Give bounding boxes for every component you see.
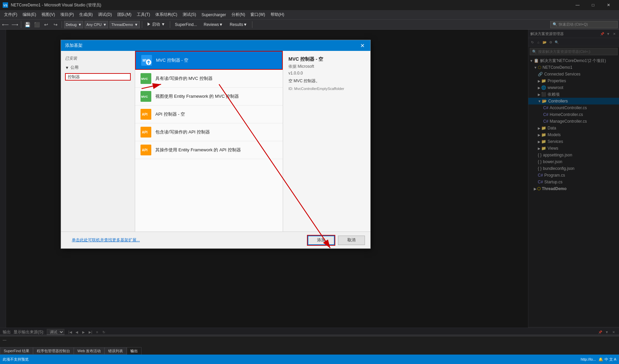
dialog-left-panel: 已安装 ▼ 公用 — [61, 51, 135, 232]
scaffold-item-mvc-ef[interactable]: MVC 视图使用 Entity Framework 的 MVC 控制器 — [135, 88, 283, 105]
vs-logo-icon: VS — [3, 2, 8, 8]
scaffold-mvc-crud-label: 具有读/写操作的 MVC 控制器 — [155, 75, 213, 82]
svg-text:API: API — [142, 148, 148, 152]
tab-output[interactable]: 输出 — [127, 347, 142, 355]
toolbar-sep3 — [142, 21, 142, 28]
scaffold-api-ef-label: 其操作使用 Entity Framework 的 API 控制器 — [155, 147, 241, 153]
menu-build[interactable]: 生成(B) — [76, 10, 95, 20]
reviews-button[interactable]: Reviews▼ — [201, 21, 225, 28]
platform-dropdown[interactable]: Any CPU ▼ — [85, 21, 108, 28]
detail-by: 依据 Microsoft — [288, 64, 365, 69]
menu-project[interactable]: 项目(P) — [58, 10, 76, 20]
menu-window[interactable]: 窗口(W) — [248, 10, 268, 20]
title-bar-left: VS NETCoreDemo1 - Microsoft Visual Studi… — [3, 2, 101, 8]
scaffold-mvc-crud-icon: MVC — [141, 73, 151, 84]
dialog-right-inner: MVC MVC 控制器 - 空 — [135, 51, 370, 232]
filter-input[interactable] — [68, 74, 128, 79]
scaffold-item-mvc-crud[interactable]: MVC 具有读/写操作的 MVC 控制器 — [135, 70, 283, 88]
toolbar-sep4 — [170, 21, 170, 28]
start-button[interactable]: ▶ 启动 ▼ — [144, 21, 168, 28]
section-public-label: 公用 — [70, 65, 79, 70]
menu-bar: 文件(F) 编辑(E) 视图(V) 项目(P) 生成(B) 调试(D) 团队(M… — [0, 10, 619, 20]
toolbar-back-btn[interactable]: ⟵ — [1, 21, 9, 28]
project-dropdown[interactable]: ThreadDemo ▼ — [110, 21, 140, 28]
svg-text:API: API — [142, 130, 148, 134]
scaffold-item-mvc-empty[interactable]: MVC MVC 控制器 - 空 — [135, 51, 283, 70]
bottom-tabs-bar: SuperFind 结果 程序包管理器控制台 Web 发布活动 错误列表 输出 — [0, 347, 142, 355]
svg-text:VS: VS — [3, 4, 7, 7]
menu-view[interactable]: 视图(V) — [39, 10, 58, 20]
scaffold-api-empty-icon: API — [141, 109, 151, 120]
toolbar-save-btn[interactable]: 💾 — [23, 21, 31, 28]
dialog-overlay: 添加基架 ✕ 已安装 ▼ 公用 — [0, 30, 619, 334]
toolbar-sep2 — [62, 21, 62, 28]
maximize-button[interactable]: □ — [585, 0, 601, 10]
quick-search-input[interactable]: 🔍 快速启动 (Ctrl+Q) — [550, 21, 618, 28]
installed-label: 已安装 — [61, 54, 135, 63]
status-text: 此项不支持预览 — [3, 357, 29, 362]
status-left: 此项不支持预览 — [3, 357, 29, 362]
svg-text:MVC: MVC — [141, 95, 148, 98]
detail-version: v1.0.0.0 — [288, 71, 365, 75]
tab-nuget[interactable]: 程序包管理器控制台 — [33, 347, 74, 355]
dialog-detail-panel: MVC 控制器 - 空 依据 Microsoft v1.0.0.0 空 MVC … — [283, 51, 370, 232]
scaffold-item-api-ef[interactable]: API 其操作使用 Entity Framework 的 API 控制器 — [135, 141, 283, 159]
add-scaffold-dialog: 添加基架 ✕ 已安装 ▼ 公用 — [61, 40, 371, 249]
scaffold-mvc-empty-label: MVC 控制器 - 空 — [156, 57, 188, 63]
scaffold-mvc-ef-icon: MVC — [141, 91, 151, 102]
section-arrow-icon: ▼ — [65, 65, 69, 70]
dialog-right-panel: MVC MVC 控制器 - 空 — [135, 51, 370, 232]
status-right: http://lo... 🔔 中 文 A — [581, 357, 616, 362]
tab-superfind[interactable]: SuperFind 结果 — [0, 347, 33, 355]
output-text: — — [3, 338, 6, 342]
toolbar-forward-btn[interactable]: ⟶ — [11, 21, 19, 28]
svg-text:MVC: MVC — [141, 77, 148, 81]
cancel-button[interactable]: 取消 — [338, 236, 365, 245]
menu-file[interactable]: 文件(F) — [1, 10, 20, 20]
toolbar-save-all-btn[interactable]: ⬛ — [33, 21, 41, 28]
toolbar: ⟵ ⟶ 💾 ⬛ ↩ ↪ Debug ▼ Any CPU ▼ ThreadDemo… — [0, 20, 619, 30]
scaffold-mvc-empty-icon: MVC — [141, 55, 152, 66]
public-section[interactable]: ▼ 公用 — [61, 63, 135, 72]
toolbar-redo-btn[interactable]: ↪ — [52, 21, 60, 28]
menu-supercharger[interactable]: Supercharger — [199, 10, 229, 20]
menu-debug[interactable]: 调试(D) — [95, 10, 115, 20]
close-button[interactable]: ✕ — [601, 0, 616, 10]
scaffold-item-api-crud[interactable]: API 包含读/写操作的 API 控制器 — [135, 123, 283, 141]
title-bar: VS NETCoreDemo1 - Microsoft Visual Studi… — [0, 0, 619, 10]
detail-id: ID: MvcControllerEmptyScaffolder — [288, 87, 365, 91]
menu-team[interactable]: 团队(M) — [115, 10, 134, 20]
tab-web-publish[interactable]: Web 发布活动 — [74, 347, 104, 355]
toolbar-sep1 — [21, 21, 21, 28]
svg-text:API: API — [142, 113, 148, 116]
toolbar-undo-btn[interactable]: ↩ — [42, 21, 50, 28]
menu-architecture[interactable]: 体系结构(C) — [153, 10, 180, 20]
window-title: NETCoreDemo1 - Microsoft Visual Studio (… — [11, 2, 101, 8]
menu-help[interactable]: 帮助(H) — [268, 10, 287, 20]
minimize-button[interactable]: — — [570, 0, 585, 10]
menu-analyze[interactable]: 分析(N) — [229, 10, 248, 20]
menu-edit[interactable]: 编辑(E) — [20, 10, 39, 20]
scaffold-mvc-ef-label: 视图使用 Entity Framework 的 MVC 控制器 — [155, 93, 239, 99]
dialog-close-btn[interactable]: ✕ — [358, 41, 366, 50]
superfind-button[interactable]: SuperFind... — [172, 21, 199, 28]
status-url: http://lo... — [581, 357, 596, 361]
status-icons: 🔔 中 文 A — [598, 357, 616, 362]
window-controls: — □ ✕ — [570, 0, 616, 10]
debug-config-dropdown[interactable]: Debug ▼ — [64, 21, 83, 28]
results-button[interactable]: Results▼ — [227, 21, 250, 28]
add-button-container: 添加 — [307, 235, 335, 246]
dialog-bottom: 单击此处可联机并查找更多基架扩展... 添加 取消 — [61, 232, 370, 248]
search-icon: 🔍 — [553, 22, 557, 27]
dialog-more-link[interactable]: 单击此处可联机并查找更多基架扩展... — [66, 237, 304, 243]
tab-errors[interactable]: 错误列表 — [104, 347, 127, 355]
menu-tools[interactable]: 工具(T) — [134, 10, 153, 20]
scaffold-item-api-empty[interactable]: API API 控制器 - 空 — [135, 105, 283, 123]
dialog-body: 已安装 ▼ 公用 — [61, 51, 370, 232]
add-button[interactable]: 添加 — [308, 236, 335, 245]
dialog-title: 添加基架 — [65, 42, 83, 49]
detail-title: MVC 控制器 - 空 — [288, 56, 365, 62]
menu-test[interactable]: 测试(S) — [180, 10, 199, 20]
scaffold-api-empty-label: API 控制器 - 空 — [155, 111, 185, 117]
toolbar-sep5 — [252, 21, 252, 28]
